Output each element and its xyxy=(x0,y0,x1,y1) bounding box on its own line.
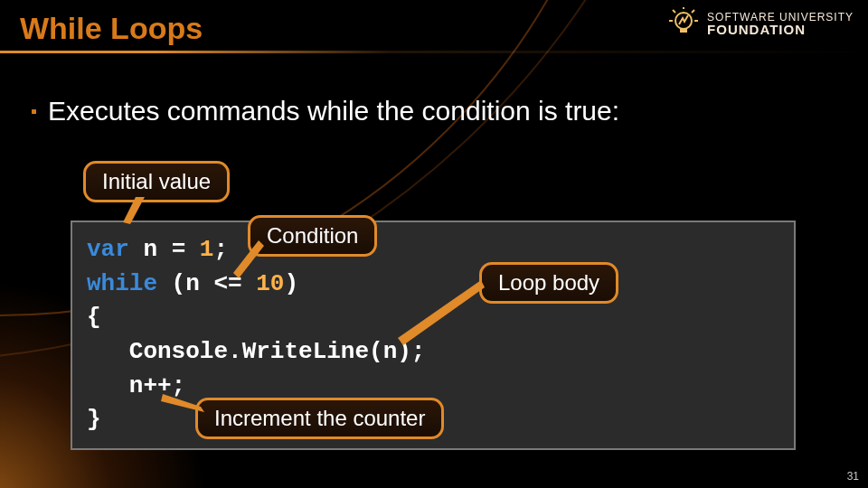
logo-line1: SOFTWARE UNIVERSITY xyxy=(707,12,854,23)
bullet-icon: ▪ xyxy=(31,101,37,122)
svg-line-6 xyxy=(692,10,694,13)
bullet-line: ▪ Executes commands while the condition … xyxy=(31,96,619,127)
svg-rect-1 xyxy=(680,29,687,33)
callout-loop-body: Loop body xyxy=(479,262,618,304)
lightbulb-icon xyxy=(667,7,700,40)
logo: SOFTWARE UNIVERSITY FOUNDATION xyxy=(667,7,854,40)
svg-line-5 xyxy=(673,10,675,13)
logo-line2: FOUNDATION xyxy=(707,23,854,36)
slide-title: While Loops xyxy=(20,11,203,46)
title-underline xyxy=(0,51,868,53)
callout-initial-value: Initial value xyxy=(83,161,230,202)
callout-increment: Increment the counter xyxy=(195,398,444,439)
logo-text: SOFTWARE UNIVERSITY FOUNDATION xyxy=(707,12,854,36)
bullet-text: Executes commands while the condition is… xyxy=(48,96,619,127)
page-number: 31 xyxy=(847,470,859,483)
callout-condition: Condition xyxy=(248,215,377,257)
